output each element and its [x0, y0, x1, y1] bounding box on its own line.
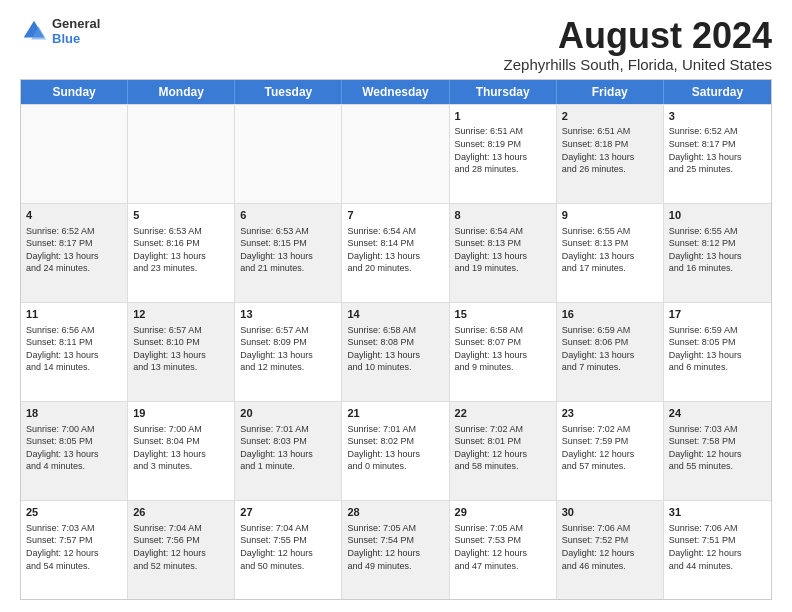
calendar-cell	[21, 105, 128, 203]
day-number: 29	[455, 505, 551, 520]
day-number: 23	[562, 406, 658, 421]
cell-info: Sunrise: 6:54 AM Sunset: 8:13 PM Dayligh…	[455, 225, 551, 275]
calendar-cell: 11Sunrise: 6:56 AM Sunset: 8:11 PM Dayli…	[21, 303, 128, 401]
cell-info: Sunrise: 7:04 AM Sunset: 7:56 PM Dayligh…	[133, 522, 229, 572]
day-number: 10	[669, 208, 766, 223]
day-number: 21	[347, 406, 443, 421]
logo-text: General Blue	[52, 16, 100, 46]
calendar-cell: 8Sunrise: 6:54 AM Sunset: 8:13 PM Daylig…	[450, 204, 557, 302]
day-number: 27	[240, 505, 336, 520]
day-number: 1	[455, 109, 551, 124]
day-number: 31	[669, 505, 766, 520]
cell-info: Sunrise: 7:03 AM Sunset: 7:58 PM Dayligh…	[669, 423, 766, 473]
calendar-cell: 28Sunrise: 7:05 AM Sunset: 7:54 PM Dayli…	[342, 501, 449, 599]
logo: General Blue	[20, 16, 100, 46]
calendar-cell: 24Sunrise: 7:03 AM Sunset: 7:58 PM Dayli…	[664, 402, 771, 500]
cell-info: Sunrise: 6:51 AM Sunset: 8:18 PM Dayligh…	[562, 125, 658, 175]
logo-icon	[20, 17, 48, 45]
calendar-cell: 31Sunrise: 7:06 AM Sunset: 7:51 PM Dayli…	[664, 501, 771, 599]
day-number: 18	[26, 406, 122, 421]
calendar-row-3: 11Sunrise: 6:56 AM Sunset: 8:11 PM Dayli…	[21, 302, 771, 401]
day-number: 12	[133, 307, 229, 322]
day-number: 24	[669, 406, 766, 421]
calendar-cell: 30Sunrise: 7:06 AM Sunset: 7:52 PM Dayli…	[557, 501, 664, 599]
calendar-row-1: 1Sunrise: 6:51 AM Sunset: 8:19 PM Daylig…	[21, 104, 771, 203]
cell-info: Sunrise: 7:04 AM Sunset: 7:55 PM Dayligh…	[240, 522, 336, 572]
calendar-cell: 19Sunrise: 7:00 AM Sunset: 8:04 PM Dayli…	[128, 402, 235, 500]
calendar-cell: 12Sunrise: 6:57 AM Sunset: 8:10 PM Dayli…	[128, 303, 235, 401]
cell-info: Sunrise: 6:55 AM Sunset: 8:12 PM Dayligh…	[669, 225, 766, 275]
calendar-body: 1Sunrise: 6:51 AM Sunset: 8:19 PM Daylig…	[21, 104, 771, 599]
cell-info: Sunrise: 7:03 AM Sunset: 7:57 PM Dayligh…	[26, 522, 122, 572]
calendar-cell: 1Sunrise: 6:51 AM Sunset: 8:19 PM Daylig…	[450, 105, 557, 203]
cell-info: Sunrise: 7:05 AM Sunset: 7:54 PM Dayligh…	[347, 522, 443, 572]
calendar-cell: 20Sunrise: 7:01 AM Sunset: 8:03 PM Dayli…	[235, 402, 342, 500]
day-number: 4	[26, 208, 122, 223]
cell-info: Sunrise: 6:52 AM Sunset: 8:17 PM Dayligh…	[669, 125, 766, 175]
calendar-cell: 29Sunrise: 7:05 AM Sunset: 7:53 PM Dayli…	[450, 501, 557, 599]
calendar-cell: 7Sunrise: 6:54 AM Sunset: 8:14 PM Daylig…	[342, 204, 449, 302]
calendar-cell: 15Sunrise: 6:58 AM Sunset: 8:07 PM Dayli…	[450, 303, 557, 401]
day-number: 28	[347, 505, 443, 520]
day-number: 19	[133, 406, 229, 421]
calendar-cell: 25Sunrise: 7:03 AM Sunset: 7:57 PM Dayli…	[21, 501, 128, 599]
header: General Blue August 2024 Zephyrhills Sou…	[20, 16, 772, 73]
day-number: 7	[347, 208, 443, 223]
cell-info: Sunrise: 7:06 AM Sunset: 7:52 PM Dayligh…	[562, 522, 658, 572]
header-day-thursday: Thursday	[450, 80, 557, 104]
header-day-sunday: Sunday	[21, 80, 128, 104]
cell-info: Sunrise: 7:05 AM Sunset: 7:53 PM Dayligh…	[455, 522, 551, 572]
cell-info: Sunrise: 7:01 AM Sunset: 8:03 PM Dayligh…	[240, 423, 336, 473]
day-number: 9	[562, 208, 658, 223]
page: General Blue August 2024 Zephyrhills Sou…	[0, 0, 792, 612]
header-day-monday: Monday	[128, 80, 235, 104]
calendar-cell: 6Sunrise: 6:53 AM Sunset: 8:15 PM Daylig…	[235, 204, 342, 302]
cell-info: Sunrise: 6:53 AM Sunset: 8:15 PM Dayligh…	[240, 225, 336, 275]
cell-info: Sunrise: 6:54 AM Sunset: 8:14 PM Dayligh…	[347, 225, 443, 275]
cell-info: Sunrise: 6:57 AM Sunset: 8:09 PM Dayligh…	[240, 324, 336, 374]
calendar-cell: 22Sunrise: 7:02 AM Sunset: 8:01 PM Dayli…	[450, 402, 557, 500]
cell-info: Sunrise: 6:59 AM Sunset: 8:05 PM Dayligh…	[669, 324, 766, 374]
day-number: 11	[26, 307, 122, 322]
cell-info: Sunrise: 6:52 AM Sunset: 8:17 PM Dayligh…	[26, 225, 122, 275]
calendar-cell: 4Sunrise: 6:52 AM Sunset: 8:17 PM Daylig…	[21, 204, 128, 302]
calendar-cell	[235, 105, 342, 203]
day-number: 15	[455, 307, 551, 322]
calendar-cell	[128, 105, 235, 203]
day-number: 3	[669, 109, 766, 124]
calendar-cell: 23Sunrise: 7:02 AM Sunset: 7:59 PM Dayli…	[557, 402, 664, 500]
day-number: 13	[240, 307, 336, 322]
calendar: SundayMondayTuesdayWednesdayThursdayFrid…	[20, 79, 772, 600]
calendar-row-4: 18Sunrise: 7:00 AM Sunset: 8:05 PM Dayli…	[21, 401, 771, 500]
day-number: 6	[240, 208, 336, 223]
day-number: 8	[455, 208, 551, 223]
calendar-cell: 21Sunrise: 7:01 AM Sunset: 8:02 PM Dayli…	[342, 402, 449, 500]
calendar-cell: 17Sunrise: 6:59 AM Sunset: 8:05 PM Dayli…	[664, 303, 771, 401]
title-block: August 2024 Zephyrhills South, Florida, …	[504, 16, 772, 73]
day-number: 22	[455, 406, 551, 421]
calendar-cell: 2Sunrise: 6:51 AM Sunset: 8:18 PM Daylig…	[557, 105, 664, 203]
calendar-cell: 9Sunrise: 6:55 AM Sunset: 8:13 PM Daylig…	[557, 204, 664, 302]
subtitle: Zephyrhills South, Florida, United State…	[504, 56, 772, 73]
cell-info: Sunrise: 7:02 AM Sunset: 7:59 PM Dayligh…	[562, 423, 658, 473]
day-number: 2	[562, 109, 658, 124]
cell-info: Sunrise: 7:01 AM Sunset: 8:02 PM Dayligh…	[347, 423, 443, 473]
header-day-saturday: Saturday	[664, 80, 771, 104]
cell-info: Sunrise: 6:55 AM Sunset: 8:13 PM Dayligh…	[562, 225, 658, 275]
cell-info: Sunrise: 6:58 AM Sunset: 8:08 PM Dayligh…	[347, 324, 443, 374]
calendar-cell: 18Sunrise: 7:00 AM Sunset: 8:05 PM Dayli…	[21, 402, 128, 500]
cell-info: Sunrise: 6:59 AM Sunset: 8:06 PM Dayligh…	[562, 324, 658, 374]
calendar-cell: 26Sunrise: 7:04 AM Sunset: 7:56 PM Dayli…	[128, 501, 235, 599]
calendar-row-2: 4Sunrise: 6:52 AM Sunset: 8:17 PM Daylig…	[21, 203, 771, 302]
cell-info: Sunrise: 6:57 AM Sunset: 8:10 PM Dayligh…	[133, 324, 229, 374]
day-number: 25	[26, 505, 122, 520]
cell-info: Sunrise: 6:58 AM Sunset: 8:07 PM Dayligh…	[455, 324, 551, 374]
day-number: 30	[562, 505, 658, 520]
calendar-cell	[342, 105, 449, 203]
day-number: 17	[669, 307, 766, 322]
cell-info: Sunrise: 6:53 AM Sunset: 8:16 PM Dayligh…	[133, 225, 229, 275]
day-number: 20	[240, 406, 336, 421]
calendar-cell: 14Sunrise: 6:58 AM Sunset: 8:08 PM Dayli…	[342, 303, 449, 401]
calendar-cell: 5Sunrise: 6:53 AM Sunset: 8:16 PM Daylig…	[128, 204, 235, 302]
calendar-cell: 3Sunrise: 6:52 AM Sunset: 8:17 PM Daylig…	[664, 105, 771, 203]
